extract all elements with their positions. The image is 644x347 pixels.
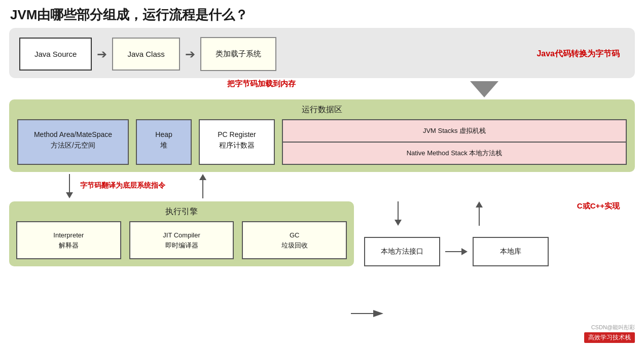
jvm-stacks-container: JVM Stacks 虚拟机栈 Native Method Stack 本地方法… xyxy=(282,119,627,165)
exec-row: Interpreter 解释器 JIT Compiler 即时编译器 GC 垃圾… xyxy=(16,221,347,259)
jvm-stacks-box: JVM Stacks 虚拟机栈 xyxy=(283,120,626,143)
interpreter-box: Interpreter 解释器 xyxy=(16,221,121,259)
arrow-2: ➔ xyxy=(185,47,195,61)
exec-section: 执行引擎 Interpreter 解释器 JIT Compiler 即时编译器 … xyxy=(9,201,354,266)
native-section: C或C++实现 本地方法接口 本地库 xyxy=(354,174,635,266)
exec-label: 执行引擎 xyxy=(16,206,347,217)
translate-label: 字节码翻译为底层系统指令 xyxy=(80,181,165,190)
arrow-1: ➔ xyxy=(97,47,107,61)
native-library-box: 本地库 xyxy=(473,237,549,266)
watermark: CSDN@能叫彤彩 高效学习技术栈 xyxy=(584,324,635,343)
watermark-tag: 高效学习技术栈 xyxy=(584,332,635,343)
middle-section: 运行数据区 Method Area/MateSpace 方法区/元空间 Heap… xyxy=(9,99,635,172)
native-interface-box: 本地方法接口 xyxy=(364,237,440,266)
page-title: JVM由哪些部分组成，运行流程是什么？ xyxy=(0,0,644,28)
class-loader-box: 类加载子系统 xyxy=(200,37,276,71)
runtime-row: Method Area/MateSpace 方法区/元空间 Heap 堆 PC … xyxy=(17,119,627,165)
java-source-box: Java Source xyxy=(19,38,92,71)
top-flow-row: Java Source ➔ Java Class ➔ 类加载子系统 Java代码… xyxy=(19,37,625,71)
java-class-box: Java Class xyxy=(112,38,180,71)
top-section: Java Source ➔ Java Class ➔ 类加载子系统 Java代码… xyxy=(9,28,635,78)
bytecode-load-label: 把字节码加载到内存 xyxy=(227,79,296,89)
main-content: Java Source ➔ Java Class ➔ 类加载子系统 Java代码… xyxy=(0,28,644,266)
method-area-box: Method Area/MateSpace 方法区/元空间 xyxy=(17,119,129,165)
heap-box: Heap 堆 xyxy=(136,119,192,165)
native-flow: 本地方法接口 本地库 xyxy=(364,237,635,266)
runtime-label: 运行数据区 xyxy=(17,105,627,115)
native-method-stack-box: Native Method Stack 本地方法栈 xyxy=(283,143,626,164)
pc-register-box: PC Register 程序计数器 xyxy=(199,119,275,165)
bottom-area: 字节码翻译为底层系统指令 执行引擎 Interpreter 解释器 JIT Co… xyxy=(9,174,635,266)
java-code-label: Java代码转换为字节码 xyxy=(536,49,625,59)
jit-compiler-box: JIT Compiler 即时编译器 xyxy=(129,221,234,259)
cpp-label: C或C++实现 xyxy=(577,201,620,211)
down-arrow-container: 把字节码加载到内存 xyxy=(9,78,635,99)
big-down-arrow-icon xyxy=(470,81,498,97)
gc-box: GC 垃圾回收 xyxy=(242,221,347,259)
